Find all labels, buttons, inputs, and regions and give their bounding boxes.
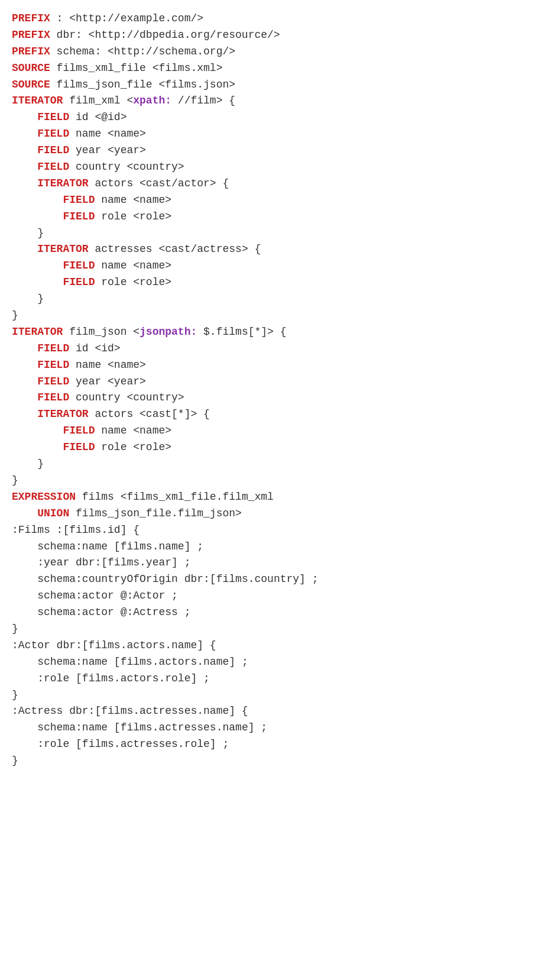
code-line: FIELD id <@id> [12,109,536,126]
code-text: actors <cast/actor> { [89,177,229,189]
code-line: :year dbr:[films.year] ; [12,555,536,571]
code-text: country <country> [69,392,184,403]
code-line: FIELD country <country> [12,390,536,406]
code-text: :role [films.actresses.role] ; [37,738,229,750]
code-text: //film> { [171,95,235,106]
keyword-red: ITERATOR [37,408,88,420]
code-line: FIELD name <name> [12,258,536,274]
code-text: :Actor dbr:[films.actors.name] { [12,639,216,651]
keyword-red: FIELD [37,144,69,156]
code-text: role <role> [95,276,171,288]
code-line: SOURCE films_xml_file <films.xml> [12,60,536,77]
code-line: schema:name [films.actors.name] ; [12,654,536,671]
code-text: actresses <cast/actress> { [89,243,261,255]
code-line: FIELD name <name> [12,357,536,374]
code-text: :Films :[films.id] { [12,524,140,536]
code-text: $.films[*]> { [197,326,286,338]
code-line: :Actress dbr:[films.actresses.name] { [12,703,536,720]
code-text: year <year> [69,376,146,387]
keyword-red: PREFIX [12,12,50,24]
keyword-red: FIELD [37,342,69,354]
code-text: role <role> [95,211,171,222]
code-text: schema:countryOfOrigin dbr:[films.countr… [37,573,318,585]
code-line: FIELD name <name> [12,126,536,143]
code-text: id <id> [69,342,120,354]
code-line: schema:actor @:Actress ; [12,604,536,621]
keyword-red: FIELD [63,425,95,436]
code-text: name <name> [69,359,146,371]
code-text: } [37,458,44,470]
keyword-red: FIELD [37,161,69,173]
code-text: : <http://example.com/> [50,12,203,24]
code-line: FIELD role <role> [12,439,536,456]
code-line: schema:name [films.actresses.name] ; [12,720,536,736]
code-text: films_xml_file <films.xml> [50,62,223,74]
code-line: UNION films_json_file.film_json> [12,506,536,522]
keyword-red: ITERATOR [12,326,63,338]
code-line: schema:countryOfOrigin dbr:[films.countr… [12,571,536,588]
code-text: name <name> [95,194,171,206]
keyword-red: FIELD [63,441,95,453]
keyword-red: FIELD [37,128,69,140]
code-line: ITERATOR actors <cast[*]> { [12,406,536,423]
code-text: } [12,755,18,766]
code-text: schema:name [films.actresses.name] ; [37,722,267,733]
keyword-red: FIELD [63,260,95,271]
code-line: PREFIX dbr: <http://dbpedia.org/resource… [12,27,536,44]
code-text: films_json_file <films.json> [50,79,235,90]
code-line: } [12,291,536,308]
code-line: FIELD country <country> [12,159,536,176]
code-text: role <role> [95,441,171,453]
code-text: films <films_xml_file.film_xml [76,491,274,503]
code-text: films_json_file.film_json> [69,507,242,519]
code-line: :Films :[films.id] { [12,522,536,539]
code-text: schema:actor @:Actress ; [37,606,190,618]
keyword-red: FIELD [37,359,69,371]
code-text: } [37,227,44,239]
code-text: schema:name [films.name] ; [37,541,203,552]
code-text: :Actress dbr:[films.actresses.name] { [12,705,248,717]
keyword-red: FIELD [37,376,69,387]
keyword-red: ITERATOR [12,95,63,106]
keyword-violet: jsonpath: [140,326,197,338]
code-text: name <name> [69,128,146,140]
code-text: } [37,293,44,305]
code-line: FIELD year <year> [12,374,536,390]
keyword-violet: xpath: [133,95,171,106]
code-line: EXPRESSION films <films_xml_file.film_xm… [12,489,536,506]
code-text: film_json < [63,326,140,338]
code-line: FIELD name <name> [12,423,536,439]
code-line: :Actor dbr:[films.actors.name] { [12,638,536,654]
keyword-red: PREFIX [12,46,50,57]
code-line: ITERATOR film_json <jsonpath: $.films[*]… [12,324,536,341]
code-line: schema:name [films.name] ; [12,539,536,555]
code-line: FIELD role <role> [12,209,536,225]
code-line: FIELD year <year> [12,143,536,159]
code-line: FIELD name <name> [12,192,536,209]
code-line: } [12,473,536,489]
code-text: } [12,309,18,321]
code-text: actors <cast[*]> { [89,408,210,420]
code-text: :year dbr:[films.year] ; [37,557,190,568]
code-line: } [12,225,536,242]
code-text: film_xml < [63,95,133,106]
code-line: } [12,308,536,324]
code-line: } [12,456,536,473]
code-line: ITERATOR actors <cast/actor> { [12,176,536,192]
code-line: ITERATOR film_xml <xpath: //film> { [12,93,536,109]
keyword-red: FIELD [63,276,95,288]
keyword-red: FIELD [37,392,69,403]
keyword-red: FIELD [63,194,95,206]
keyword-red: FIELD [37,111,69,123]
code-text: name <name> [95,425,171,436]
keyword-red: SOURCE [12,62,50,74]
code-line: schema:actor @:Actor ; [12,588,536,604]
code-text: dbr: <http://dbpedia.org/resource/> [50,29,280,41]
code-text: schema:name [films.actors.name] ; [37,656,248,668]
code-line: :role [films.actors.role] ; [12,671,536,687]
code-line: } [12,621,536,638]
code-line: PREFIX : <http://example.com/> [12,11,536,27]
code-line: :role [films.actresses.role] ; [12,736,536,753]
code-text: :role [films.actors.role] ; [37,672,210,684]
code-line: SOURCE films_json_file <films.json> [12,77,536,93]
